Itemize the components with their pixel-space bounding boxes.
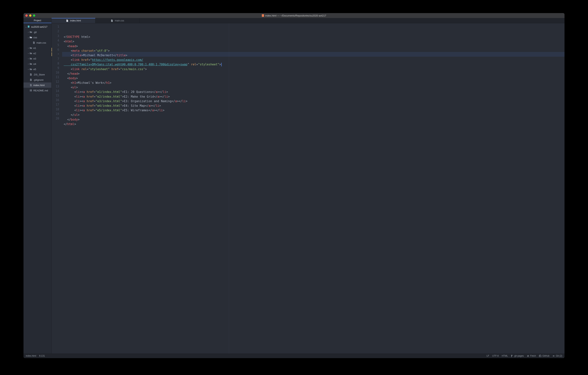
code-line[interactable]: <link rel="stylesheet" href="css/main.cs… <box>64 67 565 71</box>
code-line[interactable]: </html> <box>64 122 565 126</box>
line-number[interactable]: 2 <box>52 29 62 33</box>
line-number[interactable]: 11 <box>52 75 62 79</box>
tree-item-e4[interactable]: ›e4 <box>23 61 51 66</box>
status-file[interactable]: index.html <box>26 354 36 357</box>
code-line[interactable]: </head> <box>64 71 565 76</box>
chevron-down-icon: ⌄ <box>25 26 27 28</box>
chevron-right-icon: › <box>27 68 30 70</box>
line-number[interactable]: 20 <box>52 116 62 121</box>
status-fetch[interactable]: Fetch <box>527 354 536 357</box>
status-language[interactable]: HTML <box>502 354 508 357</box>
tree-item-label: main.css <box>36 41 46 44</box>
tree-item-label: .gitignore <box>33 78 43 81</box>
line-number[interactable]: 9 <box>52 66 62 70</box>
file-icon <box>30 78 32 81</box>
file-icon <box>30 73 32 76</box>
chevron-right-icon: › <box>27 58 30 60</box>
tree-item-label: css <box>33 36 37 39</box>
line-number[interactable]: 12 <box>52 79 62 84</box>
tree-item-README-md[interactable]: README.md <box>23 88 51 93</box>
code-line[interactable]: <head> <box>64 44 565 49</box>
folder-icon <box>30 36 32 39</box>
folder-icon <box>30 68 32 70</box>
tree-item--gitignore[interactable]: .gitignore <box>23 77 51 82</box>
code-line[interactable]: <li><a href="e1/index.html">E1: 20 Quest… <box>64 90 565 94</box>
code-line[interactable]: <!DOCTYPE html> <box>64 35 565 39</box>
active-line-highlight <box>62 52 565 56</box>
line-number[interactable]: 6 <box>52 47 62 52</box>
code-area[interactable]: <!DOCTYPE html><html> <head> <meta chars… <box>62 23 565 353</box>
chevron-right-icon: › <box>27 47 30 49</box>
line-number[interactable]: 7 <box>52 57 62 61</box>
folder-icon <box>30 63 32 65</box>
tree-item--DS_Store[interactable]: .DS_Store <box>23 72 51 77</box>
code-line[interactable]: <li><a href="e2/index.html">E2: Make the… <box>64 94 565 99</box>
tree-item-css[interactable]: ⌄css <box>23 35 51 40</box>
project-tree[interactable]: ⌄su2020-avt217›.git⌄cssmain.css›e1›e2›e3… <box>23 23 52 353</box>
line-number[interactable]: 3 <box>52 34 62 38</box>
editor-tab-index-html[interactable]: index.html <box>52 18 95 23</box>
code-editor[interactable]: 123456•7891011121314151617181920 <!DOCTY… <box>52 23 565 353</box>
folder-icon <box>30 31 32 33</box>
status-fetch-label: Fetch <box>530 354 536 357</box>
tree-item-e5[interactable]: ›e5 <box>23 66 51 72</box>
line-number[interactable]: 5 <box>52 43 62 47</box>
line-number[interactable]: 14 <box>52 89 62 93</box>
tree-item-e2[interactable]: ›e2 <box>23 51 51 56</box>
line-number[interactable]: 19 <box>52 112 62 116</box>
tree-item-e1[interactable]: ›e1 <box>23 45 51 51</box>
status-git[interactable]: Git (2) <box>552 354 562 357</box>
code-line[interactable]: <body> <box>64 76 565 81</box>
status-bar: index.html 6:131 LF UTF-8 HTML gh-pages … <box>23 353 565 358</box>
status-cursor-position[interactable]: 6:131 <box>39 354 45 357</box>
line-number-gutter[interactable]: 123456•7891011121314151617181920 <box>52 23 62 353</box>
code-line[interactable]: </ul> <box>64 113 565 117</box>
line-number[interactable]: 13 <box>52 84 62 89</box>
code-line[interactable]: <link href="https://fonts.googleapis.com… <box>64 58 565 62</box>
code-line[interactable]: <ul> <box>64 85 565 90</box>
line-number[interactable]: 17 <box>52 102 62 107</box>
tree-item-label: e5 <box>33 68 36 71</box>
folder-icon <box>30 57 32 60</box>
status-encoding[interactable]: UTF-8 <box>492 354 499 357</box>
tree-item--git[interactable]: ›.git <box>23 29 51 35</box>
text-cursor <box>221 63 222 66</box>
line-number[interactable]: 1 <box>52 24 62 29</box>
code-line[interactable]: <li><a href="e3/index.html">E3: Organiza… <box>64 99 565 103</box>
code-line[interactable]: <html> <box>64 39 565 44</box>
tree-item-index-html[interactable]: index.html <box>23 82 51 88</box>
folder-icon <box>30 52 32 55</box>
line-number[interactable]: 18 <box>52 107 62 112</box>
code-line[interactable] <box>64 126 565 131</box>
status-github-label: GitHub <box>542 354 549 357</box>
line-number[interactable]: • <box>52 52 62 56</box>
editor-tab-label: main.css <box>115 19 124 22</box>
editor-tab-label: index.html <box>70 19 81 22</box>
tree-root-label: su2020-avt217 <box>31 25 47 28</box>
code-line[interactable]: <li><a href="e4/index.html">E4: Site Map… <box>64 103 565 108</box>
status-github[interactable]: GitHub <box>539 354 549 357</box>
file-icon <box>30 84 32 87</box>
status-git-branch[interactable]: gh-pages <box>511 354 524 357</box>
code-line[interactable]: css2?family=DM+Sans:ital,wght@0,400;0,70… <box>64 62 565 67</box>
line-number[interactable]: 16 <box>52 98 62 102</box>
line-number[interactable]: 8 <box>52 61 62 66</box>
line-number[interactable]: 10 <box>52 70 62 75</box>
window-titlebar[interactable]: index.html — ~/Documents/Repositories/su… <box>23 13 565 18</box>
tree-item-label: .git <box>33 31 37 33</box>
tree-item-e3[interactable]: ›e3 <box>23 56 51 61</box>
book-icon <box>30 89 32 92</box>
line-number[interactable]: 4 <box>52 38 62 43</box>
folder-icon <box>30 47 32 49</box>
editor-tab-main-css[interactable]: main.css <box>95 18 139 23</box>
tree-item-label: e1 <box>33 47 36 49</box>
code-line[interactable]: <h1>Michael's Work</h1> <box>64 81 565 85</box>
line-number[interactable]: 15 <box>52 93 62 98</box>
tree-root[interactable]: ⌄su2020-avt217 <box>23 24 51 29</box>
code-line[interactable]: </body> <box>64 117 565 122</box>
tree-item-main-css[interactable]: main.css <box>23 40 51 45</box>
project-panel-tab[interactable]: Project <box>23 18 52 23</box>
code-line[interactable]: <li><a href="e5/index.html">E5: Wirefram… <box>64 108 565 113</box>
status-line-ending[interactable]: LF <box>486 354 489 357</box>
editor-window: index.html — ~/Documents/Repositories/su… <box>23 13 565 358</box>
